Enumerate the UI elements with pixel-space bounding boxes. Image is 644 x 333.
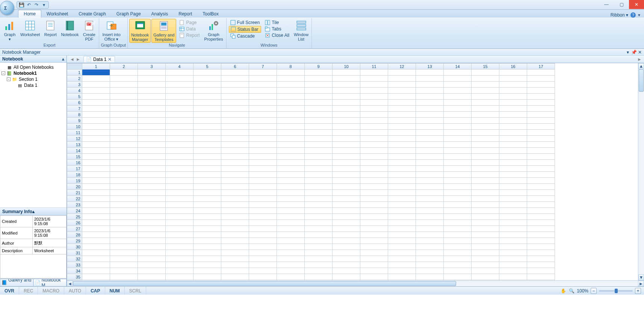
cell[interactable]	[305, 166, 333, 172]
cell[interactable]	[527, 238, 555, 244]
cell[interactable]	[527, 148, 555, 154]
cell[interactable]	[360, 100, 388, 106]
cell[interactable]	[499, 274, 527, 280]
cell[interactable]	[416, 184, 444, 190]
row-header[interactable]: 9	[67, 118, 82, 124]
cell[interactable]	[166, 70, 194, 76]
cell[interactable]	[221, 208, 249, 214]
cell[interactable]	[82, 214, 110, 220]
cell[interactable]	[333, 160, 360, 166]
cell[interactable]	[444, 88, 472, 94]
cell[interactable]	[360, 262, 388, 268]
cell[interactable]	[416, 244, 444, 250]
sidebar-tab-notebook-manager[interactable]: 📄 Notebook M...	[33, 279, 67, 286]
cell[interactable]	[360, 232, 388, 238]
cell[interactable]	[110, 244, 138, 250]
cell[interactable]	[527, 154, 555, 160]
cell[interactable]	[527, 226, 555, 232]
cell[interactable]	[416, 232, 444, 238]
cell[interactable]	[249, 124, 277, 130]
cell[interactable]	[499, 124, 527, 130]
cell[interactable]	[388, 244, 416, 250]
cell[interactable]	[444, 268, 472, 274]
cell[interactable]	[110, 136, 138, 142]
cell[interactable]	[305, 202, 333, 208]
cell[interactable]	[82, 94, 110, 100]
tree-node[interactable]: -📁Section 1	[2, 76, 65, 82]
row-header[interactable]: 5	[67, 94, 82, 100]
cell[interactable]	[138, 184, 166, 190]
cell[interactable]	[221, 82, 249, 88]
cell[interactable]	[360, 112, 388, 118]
cell[interactable]	[499, 100, 527, 106]
cell[interactable]	[444, 118, 472, 124]
cell[interactable]	[444, 142, 472, 148]
cell[interactable]	[110, 160, 138, 166]
cell[interactable]	[138, 268, 166, 274]
cell[interactable]	[277, 226, 305, 232]
cell[interactable]	[305, 148, 333, 154]
cell[interactable]	[499, 232, 527, 238]
panel-pin-icon[interactable]: 📌	[631, 50, 636, 55]
cell[interactable]	[194, 190, 221, 196]
cell[interactable]	[444, 214, 472, 220]
cell[interactable]	[360, 220, 388, 226]
cell[interactable]	[388, 124, 416, 130]
cell[interactable]	[82, 232, 110, 238]
cell[interactable]	[110, 154, 138, 160]
row-header[interactable]: 4	[67, 88, 82, 94]
cell[interactable]	[221, 106, 249, 112]
status-indicator-ovr[interactable]: OVR	[0, 287, 19, 295]
cell[interactable]	[110, 196, 138, 202]
cell[interactable]	[249, 196, 277, 202]
cell[interactable]	[82, 118, 110, 124]
cell[interactable]	[110, 190, 138, 196]
cell[interactable]	[388, 274, 416, 280]
cell[interactable]	[472, 112, 499, 118]
qat-more-icon[interactable]: ▾	[41, 2, 47, 8]
cell[interactable]	[249, 70, 277, 76]
cell[interactable]	[249, 274, 277, 280]
cell[interactable]	[333, 250, 360, 256]
cell[interactable]	[82, 220, 110, 226]
cell[interactable]	[360, 118, 388, 124]
row-header[interactable]: 3	[67, 82, 82, 88]
cell[interactable]	[249, 256, 277, 262]
vertical-scrollbar[interactable]: ▲ ▼	[638, 63, 644, 280]
cell[interactable]	[444, 100, 472, 106]
cell[interactable]	[527, 256, 555, 262]
cell[interactable]	[305, 70, 333, 76]
graph-button[interactable]: Graph ▾	[2, 19, 18, 43]
cell[interactable]	[221, 160, 249, 166]
cell[interactable]	[527, 244, 555, 250]
cell[interactable]	[333, 106, 360, 112]
cell[interactable]	[82, 124, 110, 130]
col-header[interactable]: 8	[277, 64, 305, 70]
status-indicator-macro[interactable]: MACRO	[38, 287, 64, 295]
scroll-left-icon[interactable]: ◄	[67, 281, 73, 286]
tab-nav-end-icon[interactable]: ►	[637, 57, 644, 62]
cell[interactable]	[249, 166, 277, 172]
cell[interactable]	[194, 136, 221, 142]
cell[interactable]	[166, 100, 194, 106]
row-header[interactable]: 6	[67, 100, 82, 106]
cell[interactable]	[472, 190, 499, 196]
cell[interactable]	[138, 88, 166, 94]
cell[interactable]	[249, 142, 277, 148]
cell[interactable]	[333, 232, 360, 238]
close-button[interactable]: ✕	[629, 0, 644, 9]
collapse-icon[interactable]: ▴	[32, 209, 35, 214]
cell[interactable]	[249, 76, 277, 82]
cell[interactable]	[138, 100, 166, 106]
cell[interactable]	[444, 172, 472, 178]
cell[interactable]	[194, 256, 221, 262]
cell[interactable]	[110, 184, 138, 190]
cell[interactable]	[499, 136, 527, 142]
cell[interactable]	[110, 148, 138, 154]
col-header[interactable]: 17	[527, 64, 555, 70]
app-orb-button[interactable]: Σ	[0, 1, 14, 15]
zoom-slider-knob[interactable]	[615, 289, 618, 293]
cell[interactable]	[166, 106, 194, 112]
cell[interactable]	[305, 262, 333, 268]
cell[interactable]	[305, 88, 333, 94]
